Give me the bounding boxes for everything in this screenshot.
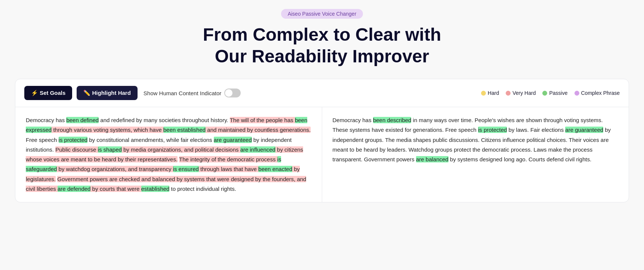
highlight-are-balanced: are balanced	[416, 156, 449, 162]
show-human-label: Show Human Content Indicator	[144, 90, 221, 96]
toolbar: ⚡ Set Goals ✏️ Highlight Hard Show Human…	[15, 79, 629, 107]
highlight-is-protected: is protected	[59, 137, 88, 143]
highlight-were-established: established	[141, 186, 170, 192]
show-human-indicator: Show Human Content Indicator	[144, 89, 241, 97]
highlight-been-described: been described	[373, 117, 412, 123]
badge-container: Aiseo Passive Voice Changer	[15, 9, 629, 19]
complex-dot	[574, 91, 579, 96]
original-paragraph: Democracy has been defined and redefined…	[26, 115, 311, 194]
content-area: Democracy has been defined and redefined…	[15, 107, 629, 202]
highlight-is-protected-right: is protected	[478, 127, 507, 133]
highlight-are-guaranteed-right: are guaranteed	[565, 127, 603, 133]
simplified-text-pane: Democracy has been described in many way…	[322, 107, 629, 202]
passive-label: Passive	[549, 90, 567, 96]
human-content-toggle[interactable]	[224, 89, 241, 97]
passive-dot	[542, 91, 547, 96]
highlight-been-established: been established	[163, 127, 206, 133]
main-panel: ⚡ Set Goals ✏️ Highlight Hard Show Human…	[15, 79, 629, 202]
highlight-been-defined: been defined	[66, 117, 99, 123]
very-hard-dot	[506, 91, 511, 96]
highlight-complex-sentence-4: Government powers are checked and balanc…	[26, 176, 306, 192]
legend-hard: Hard	[481, 90, 499, 96]
set-goals-button[interactable]: ⚡ Set Goals	[24, 86, 72, 100]
hard-label: Hard	[488, 90, 499, 96]
highlight-been-enacted: been enacted	[258, 166, 292, 172]
page-title: From Complex to Clear with Our Readabili…	[15, 24, 629, 67]
complex-label: Complex Phrase	[581, 90, 620, 96]
hard-dot	[481, 91, 486, 96]
highlight-hard-button[interactable]: ✏️ Highlight Hard	[77, 86, 138, 100]
highlight-are-defended: are defended	[58, 186, 90, 192]
very-hard-label: Very Hard	[512, 90, 536, 96]
original-text-pane: Democracy has been defined and redefined…	[15, 107, 322, 202]
highlight-are-influenced: are influenced	[240, 146, 275, 153]
highlight-are-guaranteed: are guaranteed	[214, 137, 252, 143]
legend-passive: Passive	[542, 90, 567, 96]
legend-complex: Complex Phrase	[574, 90, 620, 96]
legend-very-hard: Very Hard	[506, 90, 536, 96]
legend: Hard Very Hard Passive Complex Phrase	[481, 90, 620, 96]
app-badge: Aiseo Passive Voice Changer	[281, 9, 363, 19]
highlight-is-ensured: is ensured	[173, 166, 199, 172]
highlight-is-shaped: is shaped	[98, 146, 122, 153]
simplified-paragraph: Democracy has been described in many way…	[333, 115, 619, 164]
